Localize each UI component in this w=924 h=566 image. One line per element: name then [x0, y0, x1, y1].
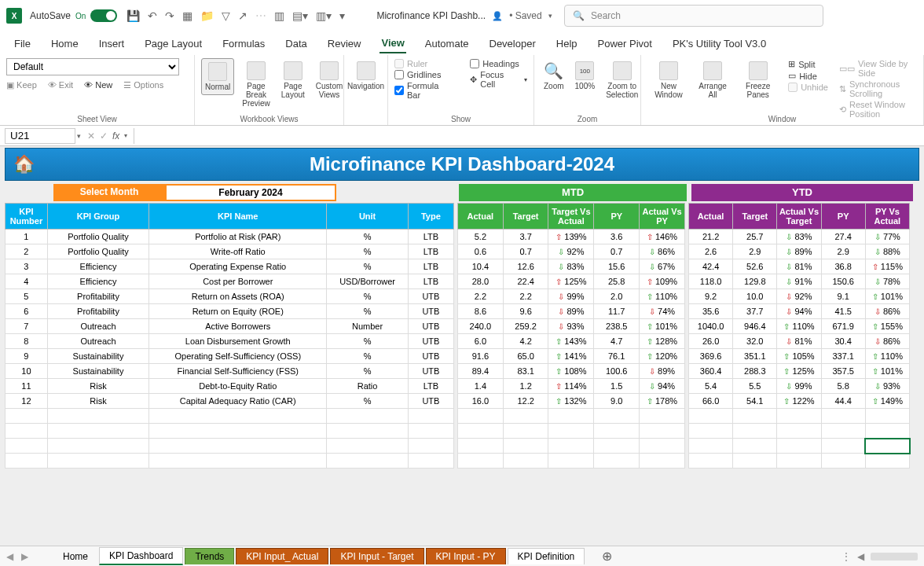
table-row[interactable]: 5ProfitabilityReturn on Assets (ROA)%UTB: [6, 289, 454, 304]
table-row[interactable]: 1.41.2⇧ 114%1.5⇩ 94%: [458, 379, 685, 394]
table-row[interactable]: 2Portfolio QualityWrite-off Ratio%LTB: [6, 244, 454, 259]
sheet-tab-kpidefinition[interactable]: KPI Definition: [508, 548, 585, 564]
menu-automate[interactable]: Automate: [424, 35, 471, 53]
table-row[interactable]: 16.012.2⇧ 132%9.0⇧ 178%: [458, 394, 685, 409]
ruler-checkbox[interactable]: Ruler: [394, 58, 454, 69]
sheet-view-select[interactable]: Default: [6, 58, 179, 75]
home-icon[interactable]: 🏠: [13, 154, 35, 175]
table-row[interactable]: 1040.0946.4⇧ 110%671.9⇧ 155%: [689, 319, 910, 334]
table-row[interactable]: 26.032.0⇩ 81%30.4⇩ 86%: [689, 334, 910, 349]
keep-button[interactable]: ▣ Keep: [6, 80, 37, 90]
table-row[interactable]: 240.0259.2⇩ 93%238.5⇧ 101%: [458, 319, 685, 334]
zoom-100-button[interactable]: 100100%: [572, 58, 599, 94]
month-value[interactable]: February 2024: [165, 184, 336, 201]
autosave-toggle[interactable]: AutoSave On: [30, 9, 117, 22]
gridlines-checkbox[interactable]: Gridlines: [394, 69, 454, 80]
menu-pksutilitytoolv[interactable]: PK's Utility Tool V3.0: [671, 35, 768, 53]
table-row[interactable]: 6.04.2⇧ 143%4.7⇧ 128%: [458, 334, 685, 349]
share-icon[interactable]: ↗: [238, 9, 248, 22]
table-row[interactable]: 12RiskCapital Adequacy Ratio (CAR)%UTB: [6, 394, 454, 409]
fx-dropdown-icon[interactable]: ▾: [124, 132, 127, 139]
table-row[interactable]: 4EfficiencyCost per BorrowerUSD/Borrower…: [6, 274, 454, 289]
menu-file[interactable]: File: [13, 35, 32, 53]
new-view-button[interactable]: 👁 New: [84, 80, 112, 90]
dropdown2-icon[interactable]: ▥▾: [316, 9, 332, 22]
toggle-icon[interactable]: [90, 9, 117, 22]
navigation-button[interactable]: Navigation: [350, 58, 381, 94]
table-row[interactable]: 21.225.7⇩ 83%27.4⇩ 77%: [689, 230, 910, 244]
pagebreak-button[interactable]: Page Break Preview: [239, 58, 273, 111]
table-row[interactable]: 10.412.6⇩ 83%15.6⇩ 67%: [458, 259, 685, 274]
dots-icon[interactable]: ⋯: [255, 9, 266, 22]
table-row[interactable]: 5.23.7⇧ 139%3.6⇧ 146%: [458, 230, 685, 244]
normal-view-button[interactable]: Normal: [201, 58, 234, 95]
table-row[interactable]: 369.6351.1⇧ 105%337.1⇧ 110%: [689, 349, 910, 364]
menu-developer[interactable]: Developer: [488, 35, 537, 53]
table-icon[interactable]: ▥: [274, 9, 284, 22]
sheet-tab-kpiinputtarget[interactable]: KPI Input - Target: [330, 548, 424, 564]
focus-cell-button[interactable]: ✥Focus Cell▾: [470, 69, 527, 90]
table-row[interactable]: 91.665.0⇧ 141%76.1⇧ 120%: [458, 349, 685, 364]
table-row[interactable]: 8.69.6⇩ 89%11.7⇩ 74%: [458, 304, 685, 319]
add-sheet-button[interactable]: ⊕: [602, 549, 612, 564]
save-icon[interactable]: 💾: [126, 9, 140, 22]
table-row[interactable]: 2.22.2⇩ 99%2.0⇧ 110%: [458, 289, 685, 304]
zoom-button[interactable]: 🔍Zoom: [541, 58, 567, 94]
formula-checkbox[interactable]: Formula Bar: [394, 80, 454, 101]
table-row[interactable]: 28.022.4⇧ 125%25.8⇧ 109%: [458, 274, 685, 289]
sheet-tab-kpiinputactual[interactable]: KPI Input_ Actual: [236, 548, 328, 564]
table-row[interactable]: 2.62.9⇩ 89%2.9⇩ 88%: [689, 244, 910, 259]
enter-icon[interactable]: ✓: [100, 130, 108, 142]
table-row[interactable]: 0.60.7⇩ 92%0.7⇩ 86%: [458, 244, 685, 259]
formula-input[interactable]: [134, 128, 924, 144]
next-sheet-icon[interactable]: ▶: [21, 551, 28, 562]
table-row[interactable]: 7OutreachActive BorrowersNumberUTB: [6, 319, 454, 334]
new-window-button[interactable]: New Window: [647, 58, 690, 102]
custom-views-button[interactable]: Custom Views: [313, 58, 346, 102]
pagelayout-button[interactable]: Page Layout: [278, 58, 308, 102]
table-row[interactable]: 6ProfitabilityReturn on Equity (ROE)%UTB: [6, 304, 454, 319]
hscroll-track[interactable]: [871, 553, 918, 560]
prev-sheet-icon[interactable]: ◀: [6, 551, 13, 562]
table-row[interactable]: 11RiskDebt-to-Equity RatioRatioLTB: [6, 379, 454, 394]
menu-powerpivot[interactable]: Power Pivot: [596, 35, 654, 53]
table-row[interactable]: 9.210.0⇩ 92%9.1⇧ 101%: [689, 289, 910, 304]
worksheet[interactable]: 🏠 Microfinance KPI Dashboard-2024 Select…: [0, 146, 924, 555]
table-row[interactable]: 35.637.7⇩ 94%41.5⇩ 86%: [689, 304, 910, 319]
menu-insert[interactable]: Insert: [97, 35, 126, 53]
options-button[interactable]: ☰ Options: [123, 80, 163, 90]
table-row[interactable]: 5.45.5⇩ 99%5.8⇩ 93%: [689, 379, 910, 394]
table-row[interactable]: 3EfficiencyOperating Expense Ratio%LTB: [6, 259, 454, 274]
folder-icon[interactable]: 📁: [200, 9, 214, 22]
table-row[interactable]: 9SustainabilityOperating Self-Sufficienc…: [6, 349, 454, 364]
name-box[interactable]: [5, 128, 75, 144]
search-input[interactable]: 🔍 Search: [564, 5, 823, 27]
fx-icon[interactable]: fx: [112, 130, 119, 142]
headings-checkbox[interactable]: Headings: [470, 58, 527, 69]
arrange-all-button[interactable]: Arrange All: [695, 58, 731, 102]
sync-scroll-button[interactable]: ⇅Synchronous Scrolling: [839, 79, 917, 99]
table-row[interactable]: 66.054.1⇧ 122%44.4⇧ 149%: [689, 394, 910, 409]
sheet-tab-kpiinputpy[interactable]: KPI Input - PY: [426, 548, 506, 564]
table-row[interactable]: 8OutreachLoan Disbursement Growth%UTB: [6, 334, 454, 349]
namebox-dropdown-icon[interactable]: ▾: [77, 132, 81, 140]
sheet-tab-trends[interactable]: Trends: [185, 548, 234, 564]
hide-button[interactable]: ▭Hide: [788, 70, 828, 82]
redo-icon[interactable]: ↷: [165, 9, 174, 22]
dropdown1-icon[interactable]: ▤▾: [292, 9, 308, 22]
chevron-down-icon[interactable]: ▾: [548, 12, 552, 20]
table-row[interactable]: 89.483.1⇧ 108%100.6⇩ 89%: [458, 364, 685, 379]
menu-pagelayout[interactable]: Page Layout: [143, 35, 204, 53]
sheet-tab-home[interactable]: Home: [53, 549, 97, 564]
menu-data[interactable]: Data: [284, 35, 308, 53]
menu-help[interactable]: Help: [555, 35, 579, 53]
tab-options-icon[interactable]: ⋮: [842, 551, 851, 562]
zoom-selection-button[interactable]: Zoom to Selection: [603, 58, 641, 102]
grid-icon[interactable]: ▦: [182, 9, 192, 22]
table-row[interactable]: 118.0129.8⇩ 91%150.6⇩ 78%: [689, 274, 910, 289]
more-icon[interactable]: ▾: [339, 9, 345, 22]
table-row[interactable]: 360.4288.3⇧ 125%357.5⇧ 101%: [689, 364, 910, 379]
menu-review[interactable]: Review: [326, 35, 363, 53]
menu-home[interactable]: Home: [50, 35, 80, 53]
filter-icon[interactable]: ▽: [222, 9, 230, 22]
